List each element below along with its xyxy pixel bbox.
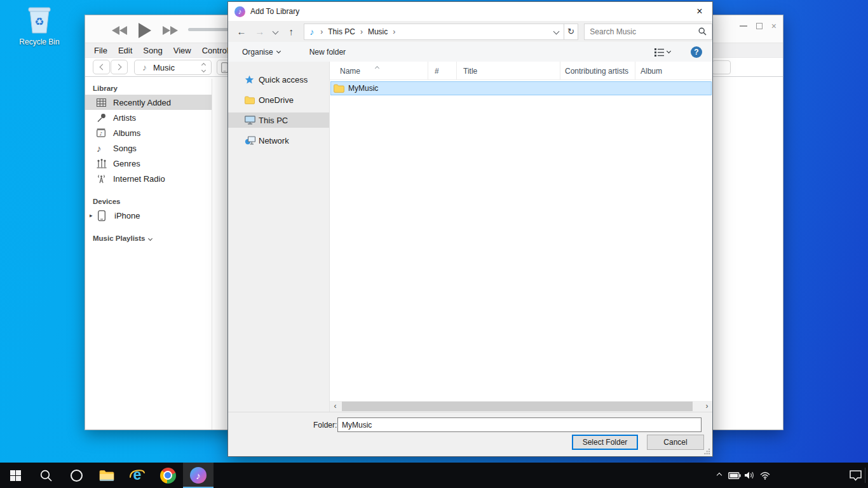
dialog-title: Add To Library — [250, 7, 299, 16]
column-header-album[interactable]: Album — [635, 62, 712, 79]
refresh-button[interactable]: ↻ — [564, 24, 579, 40]
sidebar-devices-header: Devices — [85, 186, 212, 208]
horizontal-scrollbar[interactable]: ‹ › — [330, 401, 712, 412]
itunes-back-button[interactable] — [93, 60, 110, 74]
show-desktop-button[interactable] — [865, 468, 865, 483]
internet-explorer-button[interactable]: e — [122, 463, 153, 488]
address-dropdown-button[interactable] — [554, 29, 559, 34]
new-folder-button[interactable]: New folder — [309, 48, 346, 57]
folder-input[interactable] — [337, 417, 702, 432]
itunes-forward-button[interactable] — [111, 60, 128, 74]
recycle-bin-label: Recycle Bin — [15, 37, 64, 46]
recent-locations-dropdown[interactable] — [269, 29, 283, 34]
cortana-icon — [71, 470, 83, 482]
add-to-library-dialog: ♪ Add To Library × ← → ↑ ♪ › This PC › M… — [227, 1, 713, 457]
resize-grip[interactable] — [704, 448, 710, 454]
rewind-icon — [112, 26, 119, 35]
media-picker-dropdown[interactable]: ♪ Music — [134, 60, 212, 75]
chrome-button[interactable] — [153, 463, 183, 488]
scroll-left-arrow[interactable]: ‹ — [330, 401, 341, 412]
previous-track-button[interactable] — [112, 26, 127, 35]
up-button[interactable]: ↑ — [282, 26, 300, 37]
cancel-button[interactable]: Cancel — [647, 435, 704, 450]
list-view-icon — [654, 48, 664, 57]
organise-dropdown[interactable]: Organise — [242, 48, 280, 57]
sidebar-item-label: Songs — [113, 144, 137, 153]
action-center-button[interactable] — [843, 470, 868, 481]
itunes-taskbar-button[interactable]: ♪ — [183, 463, 214, 488]
music-note-icon: ♪ — [97, 143, 113, 154]
sidebar-playlists-header[interactable]: Music Playlists — [85, 223, 212, 245]
nav-pane-label: Quick access — [259, 75, 308, 85]
start-button[interactable] — [0, 463, 31, 488]
menu-song[interactable]: Song — [143, 46, 162, 55]
tray-expand-button[interactable] — [712, 473, 727, 477]
column-header-name[interactable]: Name — [330, 62, 428, 79]
album-icon: ♪ — [97, 128, 113, 137]
sidebar-item-genres[interactable]: Genres — [85, 156, 212, 171]
search-icon — [698, 27, 707, 36]
svg-text:♪: ♪ — [100, 131, 103, 137]
sidebar-item-internet-radio[interactable]: Internet Radio — [85, 171, 212, 186]
menu-edit[interactable]: Edit — [118, 46, 132, 55]
forward-button[interactable]: → — [251, 26, 269, 37]
breadcrumb-music[interactable]: Music — [368, 27, 388, 36]
volume-indicator[interactable] — [742, 471, 757, 480]
next-track-button[interactable] — [163, 26, 178, 35]
select-folder-button[interactable]: Select Folder — [572, 435, 638, 450]
help-button[interactable]: ? — [691, 46, 702, 58]
itunes-close-button[interactable]: × — [771, 23, 776, 29]
battery-indicator[interactable] — [727, 472, 742, 479]
sidebar-item-songs[interactable]: ♪ Songs — [85, 140, 212, 156]
file-list: Name # Title Contributing artists Album … — [329, 62, 712, 412]
scrollbar-thumb[interactable] — [342, 402, 693, 411]
chevron-down-icon — [667, 49, 671, 53]
fast-forward-icon — [163, 26, 170, 35]
address-bar[interactable]: ♪ › This PC › Music › — [304, 24, 564, 40]
sidebar-item-albums[interactable]: ♪ Albums — [85, 125, 212, 140]
column-header-number[interactable]: # — [428, 62, 457, 79]
star-icon — [245, 75, 257, 85]
nav-pane-this-pc[interactable]: This PC — [228, 112, 329, 128]
folder-icon — [245, 96, 257, 104]
column-header-title[interactable]: Title — [457, 62, 560, 79]
rewind-icon — [119, 26, 127, 35]
sidebar-item-recently-added[interactable]: Recently Added — [85, 95, 212, 110]
search-box[interactable] — [584, 24, 712, 40]
folder-label: Folder: — [313, 421, 337, 430]
nav-pane-onedrive[interactable]: OneDrive — [228, 92, 329, 107]
refresh-icon: ↻ — [567, 27, 574, 36]
itunes-search-field[interactable] — [712, 60, 731, 74]
search-input[interactable] — [585, 27, 698, 36]
file-explorer-button[interactable] — [92, 463, 122, 488]
file-row-mymusic[interactable]: MyMusic — [330, 81, 712, 95]
expand-arrow-icon[interactable]: ▸ — [90, 212, 97, 219]
wifi-indicator[interactable] — [757, 471, 773, 480]
itunes-minimize-button[interactable] — [740, 25, 747, 27]
nav-pane-network[interactable]: Network — [228, 133, 329, 148]
chevron-down-icon — [148, 236, 153, 240]
playlists-header-label: Music Playlists — [93, 234, 145, 242]
cortana-button[interactable] — [61, 463, 92, 488]
nav-pane-quick-access[interactable]: Quick access — [228, 72, 329, 87]
play-button[interactable] — [139, 23, 151, 38]
change-view-button[interactable] — [654, 48, 670, 57]
back-button[interactable]: ← — [232, 26, 251, 37]
itunes-maximize-button[interactable] — [756, 23, 763, 29]
menu-view[interactable]: View — [173, 46, 191, 55]
sidebar-item-artists[interactable]: Artists — [85, 110, 212, 125]
recycle-bin-shortcut[interactable]: ♻ Recycle Bin — [15, 4, 64, 46]
breadcrumb-this-pc[interactable]: This PC — [328, 27, 355, 36]
taskbar-search-button[interactable] — [31, 463, 61, 488]
column-header-contributing-artists[interactable]: Contributing artists — [560, 62, 635, 79]
dialog-close-button[interactable]: × — [687, 2, 712, 21]
scroll-right-arrow[interactable]: › — [702, 401, 712, 412]
sidebar-item-iphone[interactable]: ▸ iPhone — [85, 208, 212, 223]
sidebar-item-label: Recently Added — [113, 98, 171, 107]
grid-icon — [97, 98, 113, 107]
music-note-icon: ♪ — [142, 62, 147, 72]
volume-slider[interactable] — [188, 28, 230, 31]
dialog-titlebar[interactable]: ♪ Add To Library × — [228, 2, 712, 21]
wifi-icon — [759, 471, 771, 480]
menu-file[interactable]: File — [94, 46, 107, 55]
